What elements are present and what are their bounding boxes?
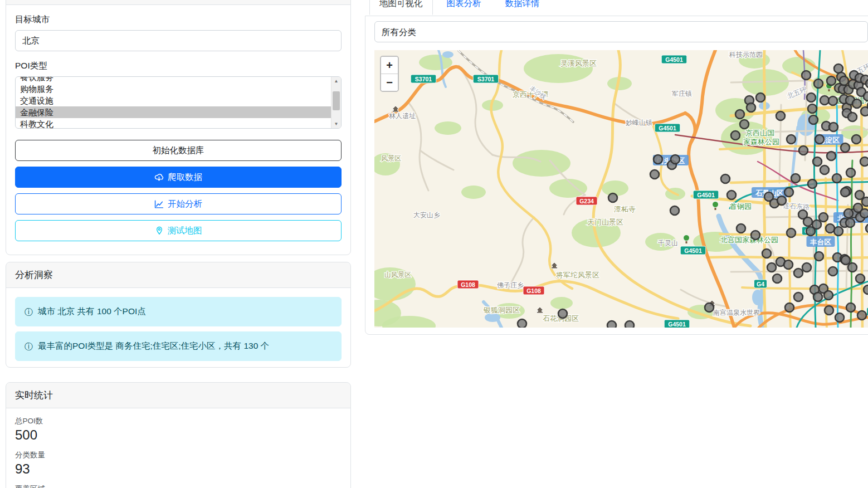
zoom-in-button[interactable]: + xyxy=(381,57,398,74)
svg-text:京西山国: 京西山国 xyxy=(745,129,774,137)
svg-text:G4501: G4501 xyxy=(684,247,702,254)
svg-text:首钢园: 首钢园 xyxy=(730,202,752,211)
svg-text:G4501: G4501 xyxy=(697,192,715,198)
control-panel-card: 目标城市 POI类型 餐饮服务购物服务交通设施金融保险科教文化 ▲ ▼ 初始化数… xyxy=(6,0,351,255)
crawl-data-label: 爬取数据 xyxy=(168,172,202,183)
insight-text: 最丰富的POI类型是 商务住宅;住宅区;住宅小区，共有 130 个 xyxy=(38,340,269,352)
svg-text:G4501: G4501 xyxy=(668,321,686,328)
svg-text:北宫国家森林公园: 北宫国家森林公园 xyxy=(720,236,778,244)
svg-text:S3701: S3701 xyxy=(415,76,432,82)
insight-alert: ⓘ 最丰富的POI类型是 商务住宅;住宅区;住宅小区，共有 130 个 xyxy=(15,331,342,361)
svg-text:风景区: 风景区 xyxy=(381,154,401,162)
poi-type-option[interactable]: 购物服务 xyxy=(16,83,331,95)
svg-text:G234: G234 xyxy=(579,198,594,204)
scroll-thumb[interactable] xyxy=(333,91,340,110)
poi-list-scrollbar[interactable]: ▲ ▼ xyxy=(331,77,341,128)
svg-text:山风景区: 山风景区 xyxy=(384,271,411,279)
insights-card: 分析洞察 ⓘ 城市 北京 共有 100 个POI点 ⓘ 最丰富的POI类型是 商… xyxy=(6,262,351,368)
svg-text:林人遗址: 林人遗址 xyxy=(389,112,416,120)
test-map-label: 测试地图 xyxy=(168,225,202,237)
poi-type-option[interactable]: 交通设施 xyxy=(16,95,331,106)
cloud-download-icon xyxy=(154,173,164,182)
svg-text:G108: G108 xyxy=(461,281,475,288)
stat-value-total-poi: 500 xyxy=(15,427,342,443)
svg-text:妙峰山镇: 妙峰山镇 xyxy=(626,119,652,126)
main-tabs: 地图可视化 图表分析 数据详情 xyxy=(365,0,550,15)
poi-type-options: 餐饮服务购物服务交通设施金融保险科教文化 xyxy=(16,76,331,129)
scroll-up-icon[interactable]: ▲ xyxy=(331,77,341,85)
poi-type-option[interactable]: 餐饮服务 xyxy=(16,76,331,83)
init-database-label: 初始化数据库 xyxy=(153,145,204,157)
geo-pin-icon xyxy=(155,226,164,235)
stats-card: 实时统计 总POI数 500 分类数量 93 覆盖区域 xyxy=(6,382,351,488)
start-analysis-label: 开始分析 xyxy=(168,198,202,210)
insights-header: 分析洞察 xyxy=(6,262,350,288)
stat-value-categories: 93 xyxy=(15,461,342,477)
svg-text:S3701: S3701 xyxy=(477,76,495,82)
svg-text:将军坨风景区: 将军坨风景区 xyxy=(555,271,599,279)
target-city-label: 目标城市 xyxy=(15,14,342,26)
map-canvas[interactable]: + − 灵溪风景区京西十八潭丰沙线军庄镇科技示范园妙峰山镇林人遗址风景区大安山乡… xyxy=(374,50,868,328)
svg-text:G108: G108 xyxy=(526,287,541,294)
info-icon: ⓘ xyxy=(25,342,33,350)
svg-text:天门山景区: 天门山景区 xyxy=(587,218,623,226)
poi-type-option[interactable]: 金融保险 xyxy=(16,106,331,118)
stat-label-categories: 分类数量 xyxy=(15,450,342,460)
insight-text: 城市 北京 共有 100 个POI点 xyxy=(38,306,146,318)
svg-text:丰台区: 丰台区 xyxy=(810,238,831,246)
svg-text:G4501: G4501 xyxy=(665,56,683,63)
stats-header: 实时统计 xyxy=(6,383,350,408)
svg-text:千灵山: 千灵山 xyxy=(658,239,678,247)
info-icon: ⓘ xyxy=(25,308,33,316)
init-database-button[interactable]: 初始化数据库 xyxy=(15,140,342,161)
tab-data-details[interactable]: 数据详情 xyxy=(495,0,550,15)
svg-text:家森林公园: 家森林公园 xyxy=(743,138,779,146)
svg-text:莲石东路: 莲石东路 xyxy=(783,202,810,211)
map-tab-panel: 所有分类 + − 灵溪风景区京西十八潭丰沙线军庄镇科技示范园妙峰山镇林人遗址风景… xyxy=(365,16,868,335)
category-filter-select[interactable]: 所有分类 xyxy=(374,21,868,42)
graph-up-icon xyxy=(154,199,164,209)
scroll-down-icon[interactable]: ▼ xyxy=(331,120,341,128)
stat-label-total-poi: 总POI数 xyxy=(15,416,342,426)
svg-text:灵溪风景区: 灵溪风景区 xyxy=(560,59,597,67)
tab-chart-analysis[interactable]: 图表分析 xyxy=(437,0,491,15)
poi-type-list[interactable]: 餐饮服务购物服务交通设施金融保险科教文化 ▲ ▼ xyxy=(15,76,342,129)
poi-type-option[interactable]: 科教文化 xyxy=(16,118,331,129)
stat-label-coverage: 覆盖区域 xyxy=(15,484,342,488)
target-city-input[interactable] xyxy=(15,30,342,51)
crawl-data-button[interactable]: 爬取数据 xyxy=(15,167,342,188)
test-map-button[interactable]: 测试地图 xyxy=(15,220,342,241)
svg-text:南宫温泉水世界: 南宫温泉水世界 xyxy=(713,309,760,316)
zoom-out-button[interactable]: − xyxy=(381,74,398,91)
start-analysis-button[interactable]: 开始分析 xyxy=(15,193,342,214)
tab-map-visualization[interactable]: 地图可视化 xyxy=(369,0,433,15)
insight-alert: ⓘ 城市 北京 共有 100 个POI点 xyxy=(15,297,342,326)
svg-text:G4: G4 xyxy=(757,281,764,287)
map-zoom-control: + − xyxy=(380,56,399,92)
svg-text:科技示范园: 科技示范园 xyxy=(729,51,763,58)
svg-text:潭柘寺: 潭柘寺 xyxy=(614,205,636,213)
svg-text:银狐洞园区: 银狐洞园区 xyxy=(483,306,520,314)
svg-text:大安山乡: 大安山乡 xyxy=(413,211,440,219)
control-panel-header xyxy=(6,0,350,5)
svg-text:军庄镇: 军庄镇 xyxy=(672,90,692,97)
map-svg: 灵溪风景区京西十八潭丰沙线军庄镇科技示范园妙峰山镇林人遗址风景区大安山乡山风景区… xyxy=(374,50,868,328)
poi-type-label: POI类型 xyxy=(15,60,342,72)
svg-text:G4501: G4501 xyxy=(659,125,676,131)
svg-text:佛子庄乡: 佛子庄乡 xyxy=(497,281,524,289)
